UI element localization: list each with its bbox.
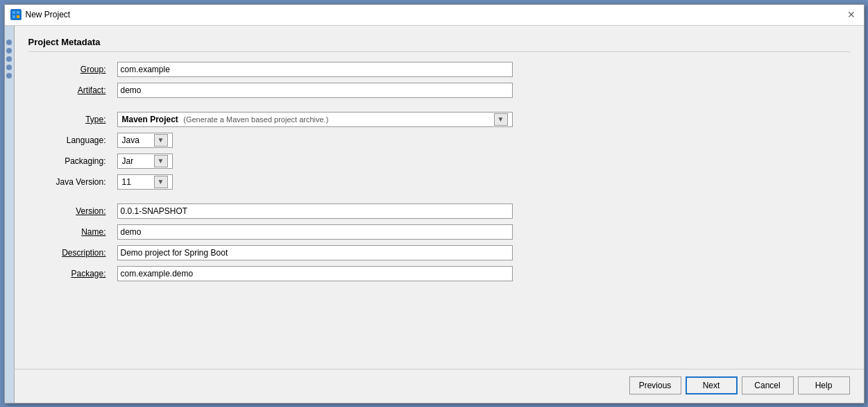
window-title: New Project: [26, 10, 71, 19]
version-input[interactable]: [117, 204, 513, 219]
description-input[interactable]: [117, 245, 513, 260]
previous-button[interactable]: Previous: [629, 376, 681, 394]
name-input[interactable]: [117, 224, 513, 240]
sidebar-dot-3: [6, 56, 12, 62]
type-bold-text: Maven Project: [122, 115, 178, 124]
spacer-4: [117, 195, 850, 198]
section-title: Project Metadata: [28, 37, 850, 52]
type-dropdown[interactable]: Maven Project (Generate a Maven based pr…: [117, 112, 513, 127]
cancel-button[interactable]: Cancel: [742, 376, 794, 394]
svg-rect-1: [17, 11, 19, 14]
name-label: Name:: [28, 227, 112, 237]
java-version-dropdown[interactable]: 11 ▼: [117, 174, 173, 190]
description-label: Description:: [28, 248, 112, 258]
java-version-chevron-icon: ▼: [154, 176, 168, 188]
language-chevron-icon: ▼: [154, 134, 168, 147]
type-chevron-icon: ▼: [494, 113, 508, 126]
language-value: Java: [122, 135, 139, 145]
help-button[interactable]: Help: [798, 376, 850, 394]
sidebar-dot-1: [6, 40, 12, 45]
spacer-1: [28, 103, 112, 106]
svg-rect-0: [12, 11, 15, 14]
packaging-value: Jar: [122, 156, 134, 166]
title-bar-left: New Project: [10, 9, 71, 20]
artifact-input[interactable]: [117, 83, 513, 98]
title-bar: New Project ✕: [5, 5, 864, 26]
close-button[interactable]: ✕: [844, 8, 858, 22]
sidebar-dot-2: [6, 48, 12, 53]
group-input[interactable]: [117, 62, 513, 77]
group-label: Group:: [28, 65, 112, 74]
form-grid: Group: Artifact: Type: Maven Project: [28, 62, 850, 281]
spacer-3: [28, 195, 112, 198]
left-sidebar: [5, 26, 15, 403]
dialog-body: Project Metadata Group: Artifact: T: [15, 26, 864, 369]
spacer-2: [117, 103, 850, 106]
packaging-label: Packaging:: [28, 156, 112, 166]
main-content: Project Metadata Group: Artifact: T: [15, 26, 864, 403]
type-value: Maven Project (Generate a Maven based pr…: [122, 115, 329, 124]
artifact-label: Artifact:: [28, 85, 112, 95]
package-label: Package:: [28, 269, 112, 279]
version-label: Version:: [28, 206, 112, 216]
language-label: Language:: [28, 135, 112, 145]
dialog-window: New Project ✕ Project Metadata Group:: [4, 4, 865, 404]
sidebar-dot-5: [6, 73, 12, 78]
svg-rect-2: [12, 15, 15, 18]
form-area: Group: Artifact: Type: Maven Project: [28, 62, 850, 358]
dialog-footer: Previous Next Cancel Help: [15, 369, 864, 403]
packaging-dropdown[interactable]: Jar ▼: [117, 153, 173, 169]
app-icon: [10, 9, 22, 20]
sidebar-dot-4: [6, 65, 12, 70]
java-version-value: 11: [122, 177, 131, 187]
packaging-chevron-icon: ▼: [154, 155, 168, 167]
package-input[interactable]: [117, 266, 513, 281]
next-button[interactable]: Next: [686, 376, 738, 394]
type-label: Type:: [28, 115, 112, 124]
language-dropdown[interactable]: Java ▼: [117, 133, 173, 148]
svg-rect-3: [17, 15, 19, 18]
java-version-label: Java Version:: [28, 177, 112, 187]
type-description: (Generate a Maven based project archive.…: [183, 115, 328, 124]
